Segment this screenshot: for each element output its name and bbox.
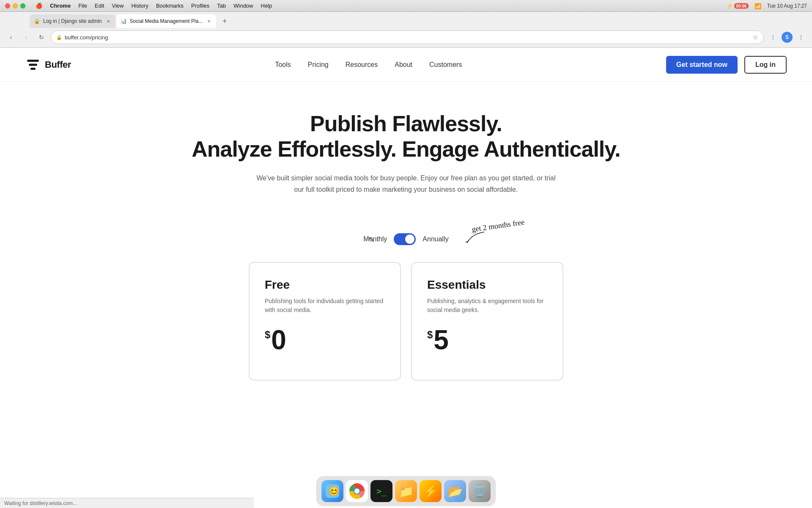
profile-avatar[interactable]: S: [782, 32, 793, 43]
plan-desc-free: Publishing tools for individuals getting…: [265, 297, 385, 315]
website-content: Buffer Tools Pricing Resources About Cus…: [0, 48, 812, 429]
bookmark-icon[interactable]: ☆: [753, 34, 758, 41]
reload-button[interactable]: ↻: [36, 31, 47, 43]
plan-name-essentials: Essentials: [427, 278, 547, 292]
status-text: Waiting for distillery.wistia.com...: [4, 500, 77, 506]
hero-title: Publish Flawlessly. Analyze Effortlessly…: [8, 111, 804, 162]
tab-django-admin[interactable]: 🔒 Log in | Django site admin ✕: [30, 14, 115, 28]
billing-toggle-section: ↖ Monthly Annually get 2 months free: [0, 233, 812, 245]
logo-icon: [25, 57, 41, 72]
menu-button[interactable]: ⋮: [795, 31, 807, 43]
price-currency-free: $: [265, 329, 270, 341]
menu-apple[interactable]: 🍎: [32, 2, 46, 10]
maximize-button[interactable]: [20, 3, 25, 8]
toggle-knob: [405, 235, 414, 244]
dock-folder[interactable]: 📁: [395, 480, 417, 502]
battery-icon: ⚡ 00:06: [727, 3, 749, 9]
minimize-button[interactable]: [13, 3, 18, 8]
address-bar[interactable]: 🔒 buffer.com/pricing ☆: [51, 30, 764, 44]
price-amount-free: 0: [271, 326, 286, 353]
menu-bookmarks[interactable]: Bookmarks: [153, 2, 187, 10]
nav-customers[interactable]: Customers: [429, 61, 462, 69]
pricing-cards: Free Publishing tools for individuals ge…: [0, 262, 812, 381]
dock-terminal[interactable]: >_: [370, 480, 392, 502]
hero-line-1: Publish Flawlessly.: [310, 111, 502, 136]
new-tab-button[interactable]: +: [219, 15, 230, 27]
hero-description: We've built simpler social media tools f…: [254, 172, 558, 195]
titlebar-right: ⚡ 00:06 📶 Tue 10 Aug 17:27: [727, 3, 807, 9]
close-button[interactable]: [5, 3, 10, 8]
tab-close-buffer[interactable]: ✕: [206, 18, 212, 24]
menu-help[interactable]: Help: [258, 2, 276, 10]
browser-actions: ⋮ S ⋮: [767, 31, 807, 43]
tab-buffer[interactable]: 📊 Social Media Management Pla... ✕: [116, 14, 217, 28]
tab-title-buffer: Social Media Management Pla...: [130, 18, 203, 24]
traffic-lights[interactable]: [5, 3, 25, 8]
menu-tab[interactable]: Tab: [214, 2, 229, 10]
price-amount-essentials: 5: [433, 326, 449, 353]
site-logo[interactable]: Buffer: [25, 57, 71, 72]
menu-view[interactable]: View: [108, 2, 127, 10]
svg-text:😊: 😊: [328, 486, 340, 497]
nav-links: Tools Pricing Resources About Customers: [275, 61, 462, 69]
tab-bar: 🔒 Log in | Django site admin ✕ 📊 Social …: [0, 12, 812, 28]
dock-folder2[interactable]: 📂: [444, 480, 466, 502]
billing-toggle[interactable]: [394, 233, 416, 245]
browser-chrome: 🔒 Log in | Django site admin ✕ 📊 Social …: [0, 12, 812, 48]
logo-text: Buffer: [45, 59, 71, 70]
get-started-button[interactable]: Get started now: [666, 56, 738, 74]
dock-finder[interactable]: 😊: [321, 480, 343, 502]
menu-chrome[interactable]: Chrome: [47, 2, 74, 10]
tab-close-django[interactable]: ✕: [105, 18, 111, 24]
promo-annotation: get 2 months free: [472, 221, 524, 230]
dock: 😊 >_ 📁 ⚡ 📂 🗑️: [316, 476, 496, 506]
menu-history[interactable]: History: [128, 2, 151, 10]
svg-rect-1: [29, 64, 37, 66]
nav-pricing[interactable]: Pricing: [308, 61, 329, 69]
dock-trash[interactable]: 🗑️: [469, 480, 491, 502]
menu-edit[interactable]: Edit: [91, 2, 107, 10]
arrow-svg: [463, 230, 488, 247]
dock-chrome[interactable]: [346, 480, 368, 502]
price-currency-essentials: $: [427, 329, 433, 341]
cursor-pointer: ↖: [368, 234, 375, 244]
billing-annually-label: Annually: [422, 235, 448, 243]
wifi-icon: 📶: [754, 3, 761, 9]
status-bar: Waiting for distillery.wistia.com...: [0, 498, 254, 508]
nav-tools[interactable]: Tools: [275, 61, 291, 69]
plan-desc-essentials: Publishing, analytics & engagement tools…: [427, 297, 547, 315]
hero-line-2: Analyze Effortlessly. Engage Authentical…: [192, 137, 620, 161]
pricing-card-free: Free Publishing tools for individuals ge…: [249, 262, 401, 381]
menu-window[interactable]: Window: [230, 2, 256, 10]
time-display: Tue 10 Aug 17:27: [767, 3, 807, 9]
address-bar-row: ‹ › ↻ 🔒 buffer.com/pricing ☆ ⋮ S ⋮: [0, 28, 812, 47]
tab-favicon-buffer: 📊: [121, 18, 126, 24]
tab-title-django: Log in | Django site admin: [43, 18, 102, 24]
plan-price-essentials: $ 5: [427, 326, 547, 353]
nav-about[interactable]: About: [395, 61, 412, 69]
address-text: buffer.com/pricing: [65, 34, 750, 41]
menu-profiles[interactable]: Profiles: [188, 2, 213, 10]
nav-resources[interactable]: Resources: [346, 61, 378, 69]
tab-favicon-django: 🔒: [34, 18, 40, 24]
forward-button[interactable]: ›: [20, 31, 32, 43]
svg-point-9: [354, 489, 359, 494]
billing-monthly-label: Monthly: [363, 235, 387, 243]
plan-price-free: $ 0: [265, 326, 385, 353]
login-button[interactable]: Log in: [744, 56, 787, 74]
extensions-button[interactable]: ⋮: [767, 31, 779, 43]
nav-actions: Get started now Log in: [666, 56, 787, 74]
back-button[interactable]: ‹: [5, 31, 17, 43]
plan-name-free: Free: [265, 278, 385, 292]
svg-rect-0: [27, 60, 39, 62]
titlebar: 🍎 Chrome File Edit View History Bookmark…: [0, 0, 812, 12]
dock-electric[interactable]: ⚡: [420, 480, 442, 502]
lock-icon: 🔒: [56, 35, 62, 40]
menu-file[interactable]: File: [75, 2, 91, 10]
pricing-card-essentials: Essentials Publishing, analytics & engag…: [411, 262, 563, 381]
site-navigation: Buffer Tools Pricing Resources About Cus…: [0, 48, 812, 82]
hero-section: Publish Flawlessly. Analyze Effortlessly…: [0, 82, 812, 212]
menu-bar: 🍎 Chrome File Edit View History Bookmark…: [32, 2, 275, 10]
svg-rect-2: [30, 68, 36, 70]
